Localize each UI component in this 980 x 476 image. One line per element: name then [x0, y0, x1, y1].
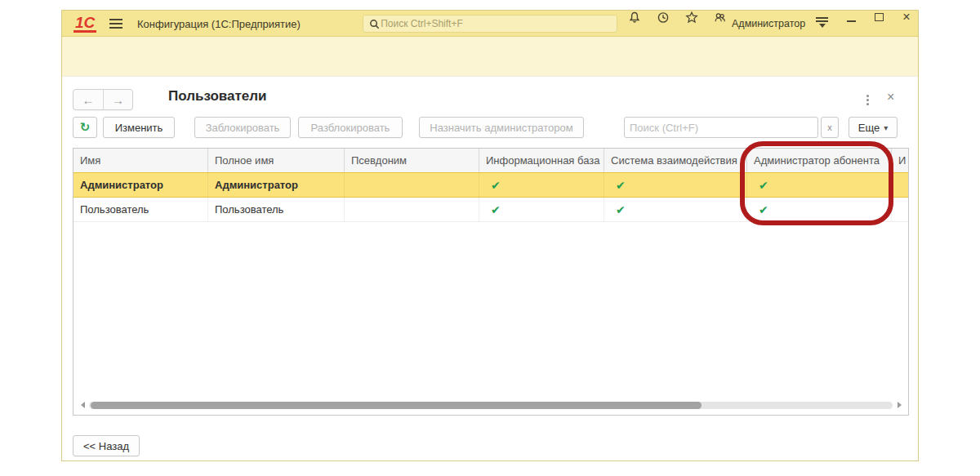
table-search-input[interactable] — [630, 122, 813, 134]
cell-flag: ✔ — [747, 173, 892, 197]
minimize-button[interactable] — [844, 11, 858, 24]
checkmark-icon: ✔ — [486, 203, 501, 216]
forward-nav-button[interactable]: → — [103, 90, 132, 109]
favorites-star-icon[interactable] — [685, 11, 698, 24]
back-nav-button[interactable]: ← — [74, 90, 103, 109]
app-window: 1С Конфигурация (1С:Предприятие) — [61, 10, 919, 461]
column-header-1[interactable]: Полное имя — [208, 149, 345, 172]
users-table: ИмяПолное имяПсевдонимИнформационная баз… — [73, 148, 909, 416]
cell-text: Пользователь — [208, 198, 345, 221]
hamburger-menu-icon[interactable] — [109, 11, 122, 37]
screen: 1С Конфигурация (1С:Предприятие) — [0, 0, 980, 476]
cell-text: Администратор — [208, 173, 345, 197]
edit-button[interactable]: Изменить — [103, 117, 175, 138]
column-header-0[interactable]: Имя — [74, 149, 208, 172]
table-header: ИмяПолное имяПсевдонимИнформационная баз… — [74, 149, 908, 173]
checkmark-icon: ✔ — [754, 203, 768, 216]
checkmark-icon: ✔ — [754, 179, 768, 192]
table-row[interactable]: АдминистраторАдминистратор✔✔✔ — [74, 172, 908, 198]
cell-text — [345, 198, 479, 221]
search-clear-button[interactable]: x — [821, 117, 839, 138]
chevron-down-icon: ▾ — [884, 123, 888, 132]
global-search-input[interactable] — [381, 18, 612, 29]
connection-speed-icon[interactable] — [816, 17, 828, 30]
current-user[interactable]: Администратор — [732, 11, 805, 37]
cell-flag: ✔ — [747, 198, 892, 221]
window-close-button[interactable]: × — [900, 11, 913, 24]
global-search[interactable] — [363, 15, 617, 33]
cell-spacer — [892, 198, 908, 221]
assign-admin-button[interactable]: Назначить администратором — [419, 117, 584, 138]
column-header-6[interactable]: И — [892, 149, 908, 172]
search-icon — [368, 17, 381, 30]
1c-logo: 1С — [74, 16, 96, 33]
cell-text — [345, 173, 479, 197]
table-row[interactable]: ПользовательПользователь✔✔✔ — [74, 198, 908, 222]
cell-flag: ✔ — [479, 173, 604, 197]
form-close-icon[interactable]: × — [887, 90, 894, 105]
cell-flag: ✔ — [479, 198, 604, 221]
back-button[interactable]: << Назад — [73, 435, 140, 456]
lock-button[interactable]: Заблокировать — [194, 117, 291, 138]
unlock-button[interactable]: Разблокировать — [298, 117, 403, 138]
more-button[interactable]: Еще ▾ — [849, 117, 898, 138]
maximize-button[interactable] — [872, 11, 885, 24]
function-panel — [62, 37, 918, 77]
history-clock-icon[interactable] — [657, 11, 670, 24]
cell-text: Администратор — [74, 173, 208, 197]
table-search-field[interactable] — [624, 117, 818, 138]
cell-flag: ✔ — [604, 198, 747, 221]
horizontal-scrollbar[interactable] — [78, 399, 903, 411]
scrollbar-thumb[interactable] — [91, 402, 702, 409]
column-header-4[interactable]: Система взаимодействия — [604, 149, 747, 172]
checkmark-icon: ✔ — [611, 179, 626, 192]
form-menu-kebab-icon[interactable] — [861, 92, 874, 107]
page-title: Пользователи — [168, 88, 267, 105]
refresh-button[interactable]: ↻ — [73, 117, 97, 138]
column-header-3[interactable]: Информационная база — [479, 149, 604, 172]
table-body: АдминистраторАдминистратор✔✔✔Пользовател… — [74, 172, 908, 222]
cell-text: Пользователь — [74, 198, 208, 221]
scroll-left-arrow[interactable] — [78, 401, 87, 409]
cell-flag: ✔ — [604, 173, 747, 197]
scroll-right-arrow[interactable] — [895, 401, 903, 409]
more-label: Еще — [858, 122, 880, 134]
notifications-bell-icon[interactable] — [628, 11, 641, 24]
column-header-5[interactable]: Администратор абонента — [747, 149, 892, 172]
column-header-2[interactable]: Псевдоним — [345, 149, 479, 172]
scrollbar-track[interactable] — [89, 402, 893, 409]
cell-spacer — [892, 173, 908, 197]
checkmark-icon: ✔ — [611, 203, 626, 216]
checkmark-icon: ✔ — [486, 179, 501, 192]
nav-history-group: ← → — [73, 89, 133, 110]
users-icon[interactable] — [714, 11, 727, 24]
app-title: Конфигурация (1С:Предприятие) — [137, 11, 301, 37]
titlebar: 1С Конфигурация (1С:Предприятие) — [62, 11, 918, 37]
